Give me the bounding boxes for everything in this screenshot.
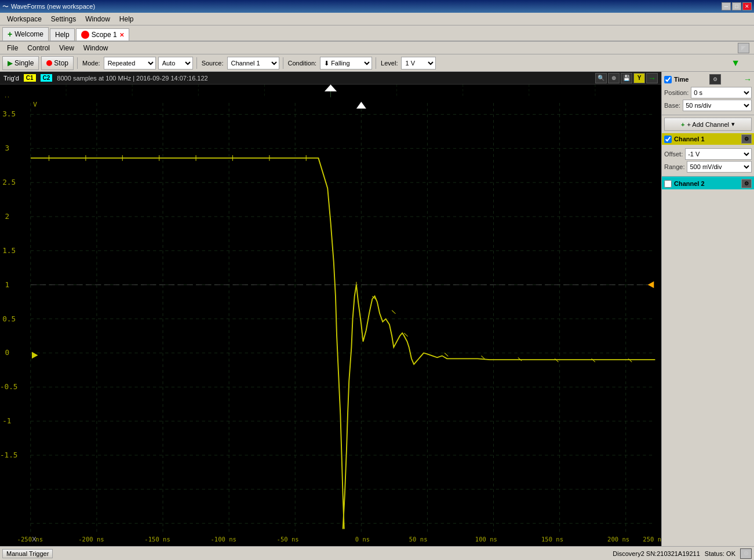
menu-bar: Workspace Settings Window Help	[0, 13, 754, 25]
offset-row: Offset: -1 V	[664, 148, 752, 160]
time-label: Time	[674, 76, 689, 83]
menu-help[interactable]: Help	[115, 14, 139, 24]
maximize-button[interactable]: □	[732, 2, 741, 10]
status-settings-btn[interactable]: ⚙	[740, 548, 752, 559]
channel1-badge: C1	[24, 74, 36, 82]
waveform-display[interactable]: 3.5 3 2.5 2 1.5 1 0.5 0 -0.5 -1 -1.5 V -…	[0, 85, 661, 546]
trig-status: Trig'd	[3, 75, 19, 82]
channel2-header[interactable]: Channel 2 ⚙	[662, 177, 754, 189]
svg-text:2: 2	[5, 213, 9, 220]
condition-select[interactable]: ⬇ Falling	[320, 57, 372, 69]
scope-cursor-icon[interactable]: ⊕	[608, 73, 620, 83]
menu-file[interactable]: File	[2, 43, 23, 53]
stop-button[interactable]: Stop	[41, 56, 74, 70]
svg-text:0 ns: 0 ns	[355, 536, 370, 543]
menu-window2[interactable]: Window	[79, 43, 113, 53]
single-button[interactable]: ▶ Single	[2, 56, 39, 70]
single-icon: ▶	[8, 59, 13, 67]
svg-text:V: V	[33, 101, 37, 108]
scope-save-icon[interactable]: 💾	[621, 73, 632, 83]
scope-info: 8000 samples at 100 MHz | 2016-09-29 14:…	[57, 75, 207, 82]
channel1-checkbox[interactable]	[664, 136, 672, 143]
scope-settings-icon[interactable]: Y	[633, 73, 645, 83]
tab-help[interactable]: Help	[50, 28, 75, 41]
menu-window[interactable]: Window	[81, 14, 115, 24]
time-settings-btn[interactable]: ⚙	[709, 74, 721, 85]
toolbar-divider-1	[77, 57, 78, 69]
toolbar-divider-3	[283, 57, 283, 69]
position-label: Position:	[664, 89, 689, 96]
scope-go-icon[interactable]: →	[646, 73, 658, 83]
svg-text:250 ns: 250 ns	[643, 536, 661, 543]
add-channel-label: + Add Channel	[687, 121, 728, 128]
base-select[interactable]: 50 ns/div	[683, 100, 752, 111]
svg-text:-250 ns: -250 ns	[17, 536, 43, 543]
manual-trigger-button[interactable]: Manual Trigger	[2, 549, 53, 558]
app-icon: 〜	[2, 2, 9, 11]
scope-tab-close[interactable]: ✕	[119, 32, 124, 38]
svg-text:-1.5: -1.5	[0, 451, 18, 459]
auto-select[interactable]: Auto	[158, 57, 193, 69]
svg-text:-1: -1	[2, 418, 11, 425]
mode-select[interactable]: Repeated	[104, 57, 156, 69]
level-select[interactable]: 1 V	[401, 57, 436, 69]
range-select[interactable]: 500 mV/div	[687, 161, 752, 173]
menu-workspace[interactable]: Workspace	[2, 14, 46, 24]
stop-label: Stop	[54, 59, 68, 67]
svg-text:1: 1	[5, 281, 9, 288]
mode-label: Mode:	[82, 60, 100, 67]
scope-tab-icon	[81, 31, 89, 39]
welcome-add-icon: +	[8, 30, 12, 39]
channel2-settings-btn[interactable]: ⚙	[741, 179, 752, 188]
menu-view[interactable]: View	[54, 43, 79, 53]
svg-text:3.5: 3.5	[2, 111, 16, 118]
main-toolbar: ▶ Single Stop Mode: Repeated Auto Source…	[0, 54, 754, 72]
tab-welcome-label: Welcome	[14, 30, 43, 38]
svg-rect-51	[0, 97, 661, 546]
base-row: Base: 50 ns/div	[664, 100, 752, 111]
status-ok: Status: OK	[705, 550, 735, 557]
toolbar-divider-4	[376, 57, 376, 69]
offset-select[interactable]: -1 V	[685, 148, 752, 160]
add-channel-button[interactable]: + + Add Channel ▾	[664, 118, 752, 131]
status-left: Manual Trigger	[2, 549, 53, 558]
channel2-checkbox[interactable]	[664, 180, 672, 188]
single-label: Single	[14, 59, 34, 67]
level-label: Level:	[381, 60, 398, 67]
title-bar-controls: ─ □ ✕	[722, 2, 752, 10]
close-button[interactable]: ✕	[742, 2, 752, 10]
channel2-section: Channel 2 ⚙	[662, 177, 754, 189]
tab-scope[interactable]: Scope 1 ✕	[76, 28, 129, 41]
offset-label: Offset:	[664, 151, 683, 158]
scope-area: Trig'd C1 C2 8000 samples at 100 MHz | 2…	[0, 72, 661, 546]
svg-text:-50 ns: -50 ns	[277, 536, 299, 543]
app-title: WaveForms (new workspace)	[11, 3, 95, 10]
channel1-label: Channel 1	[674, 136, 705, 142]
time-arrow: →	[744, 75, 752, 84]
menu-settings[interactable]: Settings	[46, 14, 81, 24]
menu-control[interactable]: Control	[23, 43, 54, 53]
svg-text:-100 ns: -100 ns	[210, 536, 236, 543]
scope-zoom-icon[interactable]: 🔍	[595, 73, 607, 83]
stop-icon	[46, 60, 52, 66]
condition-label: Condition:	[288, 60, 317, 67]
source-select[interactable]: Channel 1	[227, 57, 279, 69]
channel1-settings-btn[interactable]: ⚙	[741, 134, 752, 144]
svg-text:-150 ns: -150 ns	[144, 536, 170, 543]
svg-text:-200 ns: -200 ns	[78, 536, 104, 543]
tab-bar: + Welcome Help Scope 1 ✕	[0, 25, 754, 42]
add-channel-dropdown-icon: ▾	[731, 120, 735, 128]
source-label: Source:	[202, 60, 224, 67]
svg-text:2.5: 2.5	[2, 178, 16, 186]
range-label: Range:	[664, 163, 684, 170]
right-panel: Time ⚙ → Position: 0 s Base: 50 ns/div +	[661, 72, 754, 546]
position-select[interactable]: 0 s	[691, 87, 752, 98]
svg-text:150 ns: 150 ns	[541, 536, 563, 543]
svg-text:200 ns: 200 ns	[607, 536, 629, 543]
time-checkbox[interactable]	[664, 76, 672, 83]
tab-welcome[interactable]: + Welcome	[2, 27, 49, 41]
toolbar-divider-2	[196, 57, 197, 69]
channel1-header[interactable]: Channel 1 ⚙	[662, 133, 754, 145]
minimize-button[interactable]: ─	[722, 2, 731, 10]
panel-collapse-button[interactable]: ◤	[738, 43, 749, 53]
